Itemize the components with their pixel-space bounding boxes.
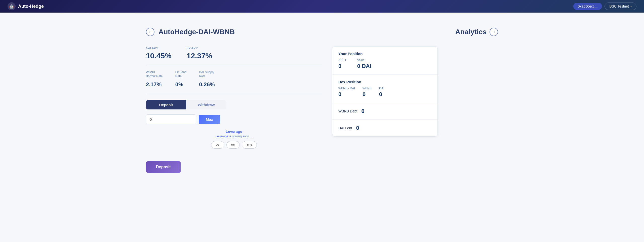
deposit-withdraw-toggle: Deposit Withdraw bbox=[146, 100, 226, 109]
logo: 🤖 Auto-Hedge bbox=[8, 2, 44, 10]
content-area: Net APY 10.45% LP APY 12.37% WBNB Borrow… bbox=[146, 46, 498, 173]
wbnb-debt-section: WBNB Debt 0 bbox=[332, 103, 437, 120]
dai-lent-value: 0 bbox=[356, 125, 359, 131]
dex-dai-label: DAI bbox=[379, 87, 384, 90]
ah-lp-label: AH LP bbox=[338, 58, 347, 62]
dai-lent-section: DAI Lent 0 bbox=[332, 120, 437, 136]
lp-apy-value: 12.37% bbox=[187, 52, 212, 60]
leverage-subtitle: Leverage is coming soon.... bbox=[146, 135, 322, 138]
net-apy-item: Net APY 10.45% bbox=[146, 46, 172, 60]
your-position-title: Your Position bbox=[338, 52, 431, 56]
dai-lent-label: DAI Lent bbox=[338, 126, 352, 130]
analytics-forward-button[interactable]: → bbox=[490, 28, 498, 36]
your-position-section: Your Position AH LP 0 Value 0 DAI bbox=[332, 47, 437, 75]
top-row: ← AutoHedge-DAI-WBNB Analytics → bbox=[146, 28, 498, 36]
wbnb-dai-label: WBNB / DAI bbox=[338, 87, 355, 90]
amount-input[interactable] bbox=[146, 114, 196, 124]
chevron-down-icon: ▾ bbox=[630, 5, 632, 8]
leverage-title: Leverage bbox=[146, 129, 322, 134]
back-arrow-icon: ← bbox=[148, 30, 152, 34]
dex-dai-col: DAI 0 bbox=[379, 87, 384, 98]
wbnb-borrow-label: WBNB Borrow Rate bbox=[146, 70, 163, 78]
lp-apy-label: LP APY bbox=[187, 46, 212, 50]
dai-supply-value: 0.26% bbox=[199, 81, 215, 88]
dex-dai-value: 0 bbox=[379, 91, 384, 98]
net-apy-value: 10.45% bbox=[146, 52, 172, 60]
wallet-button[interactable]: 0xabc6ecc... bbox=[573, 3, 602, 10]
logo-icon: 🤖 bbox=[8, 2, 16, 10]
lp-lend-label: LP Lend Rate bbox=[175, 70, 187, 78]
lp-lend-value: 0% bbox=[175, 81, 187, 88]
leverage-section: Leverage Leverage is coming soon.... 2x … bbox=[146, 129, 322, 149]
dex-wbnb-col: WBNB 0 bbox=[363, 87, 372, 98]
value-value: 0 DAI bbox=[357, 63, 371, 69]
amount-input-row: Max bbox=[146, 114, 322, 124]
apy-rates-row: Net APY 10.45% LP APY 12.37% bbox=[146, 46, 322, 65]
deposit-action-wrapper: Deposit bbox=[146, 154, 322, 173]
wbnb-dai-col: WBNB / DAI 0 bbox=[338, 87, 355, 98]
leverage-2x-button[interactable]: 2x bbox=[211, 141, 224, 149]
dex-position-section: Dex Position WBNB / DAI 0 WBNB 0 DAI 0 bbox=[332, 75, 437, 103]
ah-lp-value: 0 bbox=[338, 63, 347, 69]
secondary-rates-row: WBNB Borrow Rate 2.17% LP Lend Rate 0% D… bbox=[146, 70, 322, 94]
dai-supply-item: DAI Supply Rate 0.26% bbox=[199, 70, 215, 88]
max-button[interactable]: Max bbox=[199, 115, 220, 124]
network-button[interactable]: BSC Testnet ▾ bbox=[605, 3, 636, 10]
ah-lp-col: AH LP 0 bbox=[338, 58, 347, 69]
value-col: Value 0 DAI bbox=[357, 58, 371, 69]
page-title: AutoHedge-DAI-WBNB bbox=[158, 28, 235, 36]
leverage-options: 2x 5x 10x bbox=[146, 141, 322, 149]
title-section: ← AutoHedge-DAI-WBNB bbox=[146, 28, 235, 36]
wbnb-borrow-value: 2.17% bbox=[146, 81, 163, 88]
wbnb-debt-row: WBNB Debt 0 bbox=[338, 108, 431, 114]
leverage-5x-button[interactable]: 5x bbox=[226, 141, 240, 149]
logo-text: Auto-Hedge bbox=[18, 4, 44, 9]
withdraw-toggle-button[interactable]: Withdraw bbox=[186, 100, 226, 109]
network-label: BSC Testnet bbox=[609, 4, 629, 8]
analytics-label: Analytics bbox=[455, 28, 487, 36]
wbnb-dai-value: 0 bbox=[338, 91, 355, 98]
forward-arrow-icon: → bbox=[492, 30, 496, 34]
dai-supply-label: DAI Supply Rate bbox=[199, 70, 215, 78]
value-label: Value bbox=[357, 58, 371, 62]
leverage-10x-button[interactable]: 10x bbox=[242, 141, 257, 149]
net-apy-label: Net APY bbox=[146, 46, 172, 50]
left-panel: Net APY 10.45% LP APY 12.37% WBNB Borrow… bbox=[146, 46, 322, 173]
header: 🤖 Auto-Hedge 0xabc6ecc... BSC Testnet ▾ bbox=[0, 0, 644, 13]
lp-lend-item: LP Lend Rate 0% bbox=[175, 70, 187, 88]
wbnb-debt-value: 0 bbox=[361, 108, 364, 114]
dex-wbnb-label: WBNB bbox=[363, 87, 372, 90]
dex-position-row: WBNB / DAI 0 WBNB 0 DAI 0 bbox=[338, 87, 431, 98]
deposit-toggle-button[interactable]: Deposit bbox=[146, 100, 186, 109]
analytics-section: Analytics → bbox=[455, 28, 498, 36]
dai-lent-row: DAI Lent 0 bbox=[338, 125, 431, 131]
wbnb-debt-label: WBNB Debt bbox=[338, 109, 357, 113]
your-position-row: AH LP 0 Value 0 DAI bbox=[338, 58, 431, 69]
deposit-action-button[interactable]: Deposit bbox=[146, 161, 181, 173]
dex-position-title: Dex Position bbox=[338, 80, 431, 84]
main-content: ← AutoHedge-DAI-WBNB Analytics → Net APY… bbox=[0, 13, 644, 188]
wbnb-borrow-item: WBNB Borrow Rate 2.17% bbox=[146, 70, 163, 88]
lp-apy-item: LP APY 12.37% bbox=[187, 46, 212, 60]
header-right: 0xabc6ecc... BSC Testnet ▾ bbox=[573, 3, 636, 10]
back-button[interactable]: ← bbox=[146, 28, 154, 36]
position-card: Your Position AH LP 0 Value 0 DAI bbox=[332, 46, 438, 137]
dex-wbnb-value: 0 bbox=[363, 91, 372, 98]
right-panel: Your Position AH LP 0 Value 0 DAI bbox=[332, 46, 438, 173]
